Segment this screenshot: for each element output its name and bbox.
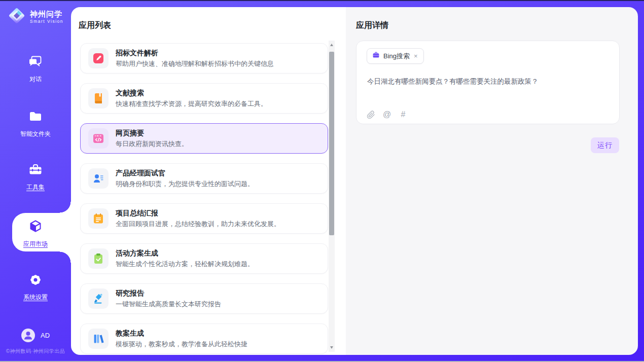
active-item-notch-top	[60, 202, 71, 213]
app-card-desc: 帮助用户快速、准确地理解和解析招标书中的关键信息	[116, 59, 274, 68]
sidebar-item-label: 智能文件夹	[20, 130, 51, 138]
sidebar-item-label: 应用市场	[23, 240, 48, 248]
app-card-research-report[interactable]: 研究报告 一键智能生成高质量长文本研究报告	[80, 283, 328, 314]
copyright-footer: ©神州数码·神州问学出品	[0, 348, 71, 355]
app-detail-panel: 应用详情 Bing搜索 × 今日湖北有哪些新闻要点？有哪些需要关注的最新政策？	[346, 7, 638, 355]
briefcase-icon	[372, 51, 380, 61]
sidebar-item-toolset[interactable]: 工具集	[0, 162, 71, 192]
brand-name: 神州问学	[30, 10, 63, 19]
app-card-desc: 一键智能生成高质量长文本研究报告	[116, 300, 221, 309]
app-card-title: 教案生成	[116, 329, 247, 338]
folder-icon	[28, 109, 43, 126]
sidebar-item-label: 对话	[29, 75, 42, 84]
tool-tag-bing-search[interactable]: Bing搜索 ×	[367, 48, 424, 64]
app-card-activity-plan[interactable]: 活动方案生成 智能生成个性化活动方案，轻松解决规划难题。	[80, 243, 328, 274]
app-card-title: 招标文件解析	[116, 49, 274, 58]
sidebar-item-label: 工具集	[26, 183, 45, 192]
app-card-title: 活动方案生成	[116, 249, 254, 258]
user-account[interactable]: AD	[0, 329, 71, 342]
browser-code-icon	[88, 128, 109, 149]
window-top-edge	[0, 0, 644, 1]
app-card-web-summary[interactable]: 网页摘要 每日政府新闻资讯快查。	[80, 123, 328, 154]
app-card-desc: 模板驱动，教案秒成，教学准备从此轻松快捷	[116, 340, 247, 349]
notepad-icon	[88, 208, 109, 229]
books-icon	[88, 329, 109, 349]
scroll-down-icon[interactable]	[330, 346, 333, 349]
app-window: 神州问学 Smart Vision 对话 智能文件夹	[0, 0, 644, 362]
book-icon	[88, 88, 109, 108]
app-card-lesson-plan[interactable]: 教案生成 模板驱动，教案秒成，教学准备从此轻松快捷	[80, 323, 328, 354]
research-icon	[88, 288, 109, 309]
app-card-pm-interviewer[interactable]: 产品经理面试官 明确身份和职责，为您提供专业性的面试问题。	[80, 163, 328, 194]
app-card-desc: 智能生成个性化活动方案，轻松解决规划难题。	[116, 260, 254, 269]
sidebar-item-app-market[interactable]: 应用市场	[0, 219, 71, 248]
gear-icon	[28, 272, 43, 289]
prompt-toolbar: @ #	[366, 110, 408, 119]
sidebar-item-label: 系统设置	[23, 293, 48, 302]
app-card-title: 网页摘要	[116, 129, 188, 138]
edit-square-icon	[88, 48, 109, 68]
user-name: AD	[41, 332, 50, 339]
sidebar-item-smart-folder[interactable]: 智能文件夹	[0, 109, 71, 138]
app-card-bid-document-parsing[interactable]: 招标文件解析 帮助用户快速、准确地理解和解析招标书中的关键信息	[80, 43, 328, 74]
app-card-desc: 每日政府新闻资讯快查。	[116, 139, 188, 149]
list-scrollbar[interactable]	[329, 41, 335, 352]
app-card-title: 研究报告	[116, 289, 221, 298]
brand-subtitle: Smart Vision	[30, 19, 63, 24]
toolbox-icon	[28, 162, 43, 179]
app-card-desc: 明确身份和职责，为您提供专业性的面试问题。	[116, 179, 254, 189]
avatar	[21, 329, 35, 342]
hash-icon[interactable]: #	[399, 110, 408, 119]
app-list-panel: 应用列表 招标文件解析 帮助用户快速、准确地理解和解析招标书中的关键信息	[71, 7, 346, 355]
scroll-up-icon[interactable]	[330, 44, 333, 46]
prompt-card: Bing搜索 × 今日湖北有哪些新闻要点？有哪些需要关注的最新政策？ @ #	[356, 41, 620, 124]
app-card-literature-search[interactable]: 文献搜索 快速精准查找学术资源，提高研究效率的必备工具。	[80, 83, 328, 114]
sidebar-item-settings[interactable]: 系统设置	[0, 272, 71, 302]
app-list-title: 应用列表	[79, 20, 111, 31]
active-item-notch-bottom	[60, 251, 71, 263]
app-card-list: 招标文件解析 帮助用户快速、准确地理解和解析招标书中的关键信息 文献搜索	[80, 43, 328, 354]
sidebar-item-chat[interactable]: 对话	[0, 54, 71, 84]
app-card-title: 文献搜索	[116, 89, 267, 98]
cube-icon	[28, 219, 43, 236]
app-card-project-summary[interactable]: 项目总结汇报 全面回顾项目进展，总结经验教训，助力未来优化发展。	[80, 203, 328, 234]
run-button[interactable]: 运行	[591, 137, 619, 153]
clipboard-check-icon	[88, 248, 109, 269]
tool-tag-label: Bing搜索	[383, 52, 410, 61]
prompt-input[interactable]: 今日湖北有哪些新闻要点？有哪些需要关注的最新政策？	[367, 77, 609, 86]
sidebar: 神州问学 Smart Vision 对话 智能文件夹	[0, 0, 71, 362]
app-card-title: 项目总结汇报	[116, 209, 280, 218]
chat-icon	[28, 54, 43, 71]
interviewer-icon	[88, 168, 109, 189]
paperclip-icon[interactable]	[366, 110, 375, 119]
app-detail-title: 应用详情	[356, 20, 388, 31]
app-card-desc: 全面回顾项目进展，总结经验教训，助力未来优化发展。	[116, 220, 280, 229]
app-card-title: 产品经理面试官	[116, 169, 254, 178]
content-area: 应用列表 招标文件解析 帮助用户快速、准确地理解和解析招标书中的关键信息	[71, 7, 638, 355]
app-card-desc: 快速精准查找学术资源，提高研究效率的必备工具。	[116, 99, 267, 108]
scrollbar-thumb[interactable]	[329, 52, 334, 235]
brand-logo: 神州问学 Smart Vision	[7, 6, 63, 27]
at-icon[interactable]: @	[382, 110, 391, 119]
diamond-logo-icon	[7, 6, 26, 27]
close-icon[interactable]: ×	[413, 52, 418, 60]
